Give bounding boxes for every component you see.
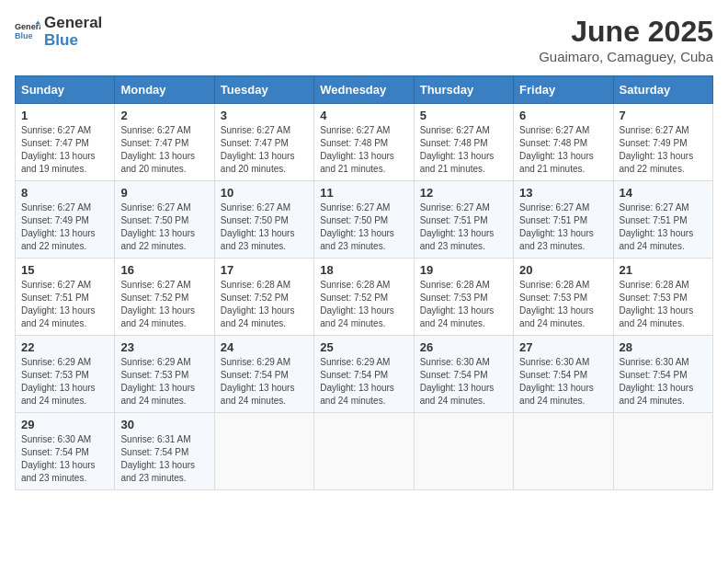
- calendar-day-cell: 22Sunrise: 6:29 AM Sunset: 7:53 PM Dayli…: [16, 336, 115, 413]
- day-info: Sunrise: 6:27 AM Sunset: 7:50 PM Dayligh…: [120, 201, 208, 253]
- day-number: 20: [519, 263, 607, 277]
- day-number: 19: [420, 263, 507, 277]
- calendar-day-cell: [214, 413, 313, 490]
- calendar-day-cell: 27Sunrise: 6:30 AM Sunset: 7:54 PM Dayli…: [514, 336, 613, 413]
- day-info: Sunrise: 6:27 AM Sunset: 7:49 PM Dayligh…: [21, 201, 108, 253]
- weekday-header: Sunday: [16, 76, 115, 104]
- weekday-header: Monday: [115, 76, 214, 104]
- day-info: Sunrise: 6:27 AM Sunset: 7:52 PM Dayligh…: [120, 279, 208, 330]
- calendar-day-cell: 20Sunrise: 6:28 AM Sunset: 7:53 PM Dayli…: [514, 259, 613, 336]
- weekday-header: Tuesday: [214, 76, 313, 104]
- day-info: Sunrise: 6:27 AM Sunset: 7:47 PM Dayligh…: [221, 124, 308, 176]
- title-area: June 2025 Guaimaro, Camaguey, Cuba: [539, 15, 713, 64]
- svg-text:Blue: Blue: [15, 31, 33, 40]
- day-number: 23: [120, 340, 208, 354]
- calendar-day-cell: 28Sunrise: 6:30 AM Sunset: 7:54 PM Dayli…: [613, 336, 712, 413]
- calendar-day-cell: 6Sunrise: 6:27 AM Sunset: 7:48 PM Daylig…: [514, 104, 613, 181]
- day-number: 16: [120, 263, 208, 277]
- day-info: Sunrise: 6:28 AM Sunset: 7:53 PM Dayligh…: [519, 279, 607, 330]
- calendar-header-row: SundayMondayTuesdayWednesdayThursdayFrid…: [16, 76, 713, 104]
- day-info: Sunrise: 6:27 AM Sunset: 7:51 PM Dayligh…: [420, 201, 507, 253]
- day-number: 18: [320, 263, 407, 277]
- calendar-day-cell: 4Sunrise: 6:27 AM Sunset: 7:48 PM Daylig…: [314, 104, 414, 181]
- day-number: 8: [21, 186, 108, 200]
- day-info: Sunrise: 6:27 AM Sunset: 7:51 PM Dayligh…: [620, 201, 707, 253]
- calendar-day-cell: 8Sunrise: 6:27 AM Sunset: 7:49 PM Daylig…: [16, 181, 115, 259]
- day-info: Sunrise: 6:28 AM Sunset: 7:53 PM Dayligh…: [620, 279, 707, 330]
- calendar-day-cell: [514, 413, 613, 490]
- weekday-header: Saturday: [613, 76, 712, 104]
- calendar-day-cell: 24Sunrise: 6:29 AM Sunset: 7:54 PM Dayli…: [214, 336, 313, 413]
- weekday-header: Friday: [514, 76, 613, 104]
- day-number: 25: [320, 340, 407, 354]
- day-number: 22: [21, 340, 108, 354]
- day-number: 5: [420, 109, 507, 122]
- calendar-week-row: 29Sunrise: 6:30 AM Sunset: 7:54 PM Dayli…: [16, 413, 713, 490]
- calendar-day-cell: 30Sunrise: 6:31 AM Sunset: 7:54 PM Dayli…: [115, 413, 214, 490]
- calendar-day-cell: 16Sunrise: 6:27 AM Sunset: 7:52 PM Dayli…: [115, 259, 214, 336]
- day-info: Sunrise: 6:30 AM Sunset: 7:54 PM Dayligh…: [420, 356, 507, 408]
- day-number: 30: [120, 418, 208, 431]
- day-number: 26: [420, 340, 507, 354]
- day-number: 14: [620, 186, 707, 200]
- day-info: Sunrise: 6:27 AM Sunset: 7:48 PM Dayligh…: [320, 124, 407, 176]
- day-number: 10: [221, 186, 308, 200]
- calendar-day-cell: 5Sunrise: 6:27 AM Sunset: 7:48 PM Daylig…: [414, 104, 513, 181]
- day-number: 3: [221, 109, 308, 122]
- day-info: Sunrise: 6:30 AM Sunset: 7:54 PM Dayligh…: [21, 433, 108, 485]
- location-title: Guaimaro, Camaguey, Cuba: [539, 49, 713, 64]
- day-info: Sunrise: 6:28 AM Sunset: 7:52 PM Dayligh…: [221, 279, 308, 330]
- day-info: Sunrise: 6:29 AM Sunset: 7:53 PM Dayligh…: [120, 356, 208, 408]
- day-info: Sunrise: 6:27 AM Sunset: 7:47 PM Dayligh…: [21, 124, 108, 176]
- page-header: General Blue General Blue June 2025 Guai…: [15, 15, 713, 64]
- calendar-week-row: 8Sunrise: 6:27 AM Sunset: 7:49 PM Daylig…: [16, 181, 713, 259]
- day-info: Sunrise: 6:27 AM Sunset: 7:48 PM Dayligh…: [519, 124, 607, 176]
- day-info: Sunrise: 6:27 AM Sunset: 7:48 PM Dayligh…: [420, 124, 507, 176]
- day-info: Sunrise: 6:27 AM Sunset: 7:51 PM Dayligh…: [519, 201, 607, 253]
- calendar-day-cell: [414, 413, 513, 490]
- logo: General Blue General Blue: [15, 15, 102, 49]
- day-number: 1: [21, 109, 108, 122]
- calendar-day-cell: 21Sunrise: 6:28 AM Sunset: 7:53 PM Dayli…: [613, 259, 712, 336]
- calendar-day-cell: 26Sunrise: 6:30 AM Sunset: 7:54 PM Dayli…: [414, 336, 513, 413]
- calendar-day-cell: 12Sunrise: 6:27 AM Sunset: 7:51 PM Dayli…: [414, 181, 513, 259]
- calendar-week-row: 22Sunrise: 6:29 AM Sunset: 7:53 PM Dayli…: [16, 336, 713, 413]
- day-info: Sunrise: 6:29 AM Sunset: 7:54 PM Dayligh…: [320, 356, 407, 408]
- day-number: 2: [120, 109, 208, 122]
- day-info: Sunrise: 6:29 AM Sunset: 7:54 PM Dayligh…: [221, 356, 308, 408]
- day-number: 7: [620, 109, 707, 122]
- day-info: Sunrise: 6:28 AM Sunset: 7:52 PM Dayligh…: [320, 279, 407, 330]
- calendar-day-cell: 15Sunrise: 6:27 AM Sunset: 7:51 PM Dayli…: [16, 259, 115, 336]
- day-number: 13: [519, 186, 607, 200]
- day-number: 21: [620, 263, 707, 277]
- calendar-day-cell: [613, 413, 712, 490]
- calendar-week-row: 15Sunrise: 6:27 AM Sunset: 7:51 PM Dayli…: [16, 259, 713, 336]
- day-info: Sunrise: 6:30 AM Sunset: 7:54 PM Dayligh…: [620, 356, 707, 408]
- calendar-day-cell: [314, 413, 414, 490]
- calendar-day-cell: 14Sunrise: 6:27 AM Sunset: 7:51 PM Dayli…: [613, 181, 712, 259]
- calendar-day-cell: 18Sunrise: 6:28 AM Sunset: 7:52 PM Dayli…: [314, 259, 414, 336]
- day-number: 6: [519, 109, 607, 122]
- day-number: 27: [519, 340, 607, 354]
- day-number: 9: [120, 186, 208, 200]
- day-info: Sunrise: 6:30 AM Sunset: 7:54 PM Dayligh…: [519, 356, 607, 408]
- calendar-day-cell: 2Sunrise: 6:27 AM Sunset: 7:47 PM Daylig…: [115, 104, 214, 181]
- day-info: Sunrise: 6:27 AM Sunset: 7:50 PM Dayligh…: [221, 201, 308, 253]
- weekday-header: Thursday: [414, 76, 513, 104]
- day-info: Sunrise: 6:29 AM Sunset: 7:53 PM Dayligh…: [21, 356, 108, 408]
- day-number: 12: [420, 186, 507, 200]
- calendar-day-cell: 17Sunrise: 6:28 AM Sunset: 7:52 PM Dayli…: [214, 259, 313, 336]
- day-info: Sunrise: 6:27 AM Sunset: 7:49 PM Dayligh…: [620, 124, 707, 176]
- calendar-day-cell: 7Sunrise: 6:27 AM Sunset: 7:49 PM Daylig…: [613, 104, 712, 181]
- calendar-day-cell: 19Sunrise: 6:28 AM Sunset: 7:53 PM Dayli…: [414, 259, 513, 336]
- day-info: Sunrise: 6:27 AM Sunset: 7:47 PM Dayligh…: [120, 124, 208, 176]
- day-number: 24: [221, 340, 308, 354]
- calendar-day-cell: 9Sunrise: 6:27 AM Sunset: 7:50 PM Daylig…: [115, 181, 214, 259]
- day-number: 29: [21, 418, 108, 431]
- day-info: Sunrise: 6:27 AM Sunset: 7:50 PM Dayligh…: [320, 201, 407, 253]
- calendar-day-cell: 29Sunrise: 6:30 AM Sunset: 7:54 PM Dayli…: [16, 413, 115, 490]
- logo-blue-text: Blue: [44, 32, 102, 50]
- day-number: 17: [221, 263, 308, 277]
- logo-general-text: General: [44, 15, 102, 32]
- calendar-day-cell: 10Sunrise: 6:27 AM Sunset: 7:50 PM Dayli…: [214, 181, 313, 259]
